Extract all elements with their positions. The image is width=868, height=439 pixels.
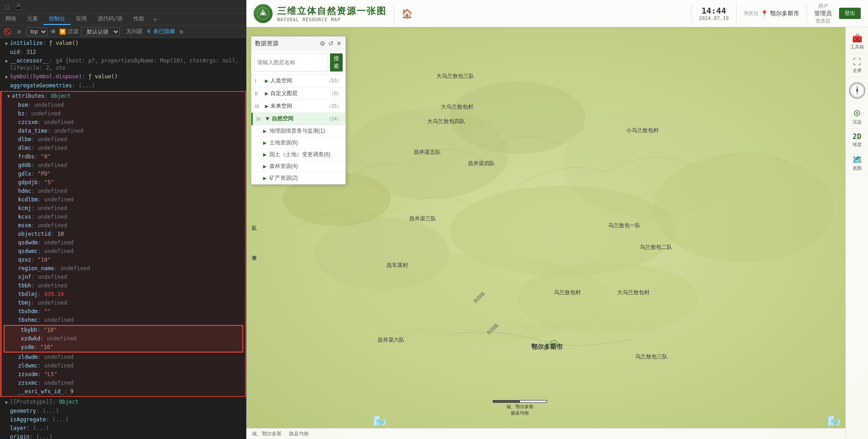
line-is-aggregate[interactable]: isAggregate: (...): [0, 415, 246, 424]
device-icon[interactable]: 📱: [14, 2, 23, 11]
sub-forest[interactable]: ▶ 森林资源(4): [251, 161, 345, 172]
tab-performance[interactable]: 性能: [128, 14, 150, 25]
line-attributes-header[interactable]: ▼ attributes: Object: [2, 92, 245, 101]
line-tbxhdm[interactable]: tbxhdm: "": [2, 307, 245, 316]
line-kcdlbm[interactable]: kcdlbm: undefined: [2, 196, 245, 204]
toolbar-compass[interactable]: [846, 78, 868, 103]
line-layer[interactable]: layer: (...): [0, 424, 246, 433]
line-data-time[interactable]: data_time: undefined: [2, 127, 245, 135]
tab-elements[interactable]: 元素: [22, 14, 43, 25]
inspect-icon[interactable]: ⬚: [3, 2, 12, 11]
category-iv[interactable]: IV ▶ 自然空间 （24）: [251, 113, 345, 125]
search-input[interactable]: [254, 53, 328, 72]
toolbar-2d[interactable]: 2D 维度: [846, 129, 868, 151]
line-czcsxm[interactable]: czcsxm: undefined: [2, 118, 245, 127]
line-zldwdm[interactable]: zldwdm: undefined: [2, 353, 245, 362]
line-qsxz[interactable]: qsxz: "10": [2, 256, 245, 264]
line-tbbh[interactable]: tbbh: undefined: [2, 282, 245, 290]
logout-button[interactable]: 登出: [839, 8, 861, 19]
line-sjnf[interactable]: sjnf: undefined: [2, 273, 245, 282]
line-kcmj[interactable]: kcmj: undefined: [2, 204, 245, 213]
toolbar-basemap[interactable]: 🗺️ 底图: [846, 152, 868, 175]
line-origin[interactable]: origin: (...): [0, 433, 246, 439]
dialog-refresh-icon[interactable]: ↺: [328, 40, 334, 47]
expand-arrow[interactable]: ▶: [4, 73, 10, 81]
dialog-header: 数据资源 ⚙ ↺ ✕: [251, 37, 345, 51]
line-initialize[interactable]: ▶ initialize: ƒ value(): [0, 39, 246, 48]
dialog-close-icon[interactable]: ✕: [336, 40, 342, 47]
line-tbmj[interactable]: tbmj: undefined: [2, 299, 245, 307]
line-zzsxdm[interactable]: zzsxdm: "LS": [2, 370, 245, 379]
line-dlbm[interactable]: dlbm: undefined: [2, 135, 245, 144]
line-hdmc[interactable]: hdmc: undefined: [2, 187, 245, 196]
line-zldwmc[interactable]: zldwmc: undefined: [2, 362, 245, 370]
expand-arrow[interactable]: ▶: [4, 40, 10, 47]
home-icon[interactable]: 🏠: [401, 8, 413, 19]
line-dlmc[interactable]: dlmc: undefined: [2, 144, 245, 153]
console-output: ▶ initialize: ƒ value() uid: 312 ▶ __acc…: [0, 38, 246, 439]
line-mssm[interactable]: mssm: undefined: [2, 221, 245, 230]
category-iii[interactable]: III ▶ 未来空间 （25）: [251, 100, 345, 113]
eye-icon[interactable]: 👁: [50, 28, 57, 35]
clear-console-icon[interactable]: 🚫: [3, 27, 12, 36]
toolbar-render[interactable]: ◎ 渲染: [846, 104, 868, 129]
logo-title: 三维立体自然资源一张图: [277, 5, 387, 17]
expand-arrow[interactable]: ▶: [4, 57, 10, 65]
svg-point-11: [518, 262, 698, 335]
hidden-count-label[interactable]: 4 条已隐藏: [147, 28, 175, 35]
line-esri-wfs-id[interactable]: __esri_wfs_id_: 9: [2, 387, 245, 396]
line-qsdwmc[interactable]: qsdwmc: undefined: [2, 247, 245, 256]
search-button[interactable]: 搜索: [330, 53, 343, 72]
label-wulan-3: 乌兰敖包三队: [635, 353, 668, 361]
tab-network[interactable]: 网络: [0, 14, 22, 25]
line-tbxhmc[interactable]: tbxhmc: undefined: [2, 316, 245, 324]
line-frdbs[interactable]: frdbs: "0": [2, 153, 245, 161]
sub-land-survey[interactable]: ▶ 国土（土地）变更调查(6): [251, 149, 345, 161]
dialog-settings-icon[interactable]: ⚙: [320, 40, 326, 47]
line-tbdlmj[interactable]: tbdlmj: 939.34: [2, 290, 245, 299]
line-gddb[interactable]: gddb: undefined: [2, 161, 245, 170]
line-kcxs[interactable]: kcxs: undefined: [2, 213, 245, 221]
line-objectctid[interactable]: objectctid: 10: [2, 230, 245, 239]
line-bz[interactable]: bz: undefined: [2, 110, 245, 118]
windmill-right: 🌬️: [827, 415, 841, 428]
scale-bar: 城、鄂尔多斯 旗县均衡: [493, 400, 547, 416]
toolbar-fullscreen[interactable]: ⛶ 全屏: [846, 54, 868, 77]
line-accessor[interactable]: ▶ __accessor__: g4 {host: p7, properties…: [0, 57, 246, 72]
context-select[interactable]: top: [26, 27, 47, 36]
line-zzsxmc[interactable]: zzsxmc: undefined: [2, 379, 245, 387]
line-bsm[interactable]: bsm: undefined: [2, 101, 245, 110]
line-uid[interactable]: uid: 312: [0, 48, 246, 57]
line-qsdwdm[interactable]: qsdwdm: undefined: [2, 239, 245, 247]
tab-more[interactable]: »: [150, 14, 160, 25]
line-xzdwkd[interactable]: xzdwkd: undefined: [5, 334, 242, 343]
settings-icon[interactable]: ⚙: [179, 29, 183, 35]
line-tbybh[interactable]: tbybh: "10": [5, 326, 242, 334]
line-region-name[interactable]: region_name: undefined: [2, 264, 245, 273]
tab-sources[interactable]: 源代码/源: [92, 14, 128, 25]
expand-arrow[interactable]: ▶: [4, 399, 10, 406]
line-gdlx[interactable]: gdlx: "PD": [2, 170, 245, 178]
category-i[interactable]: I ▶ 人造空间 （53）: [251, 75, 345, 87]
2d-icon: 2D: [853, 132, 861, 141]
line-ysdm[interactable]: ysdm: "10": [5, 343, 242, 352]
sub-land-resource[interactable]: ▶ 土地资源(6): [251, 137, 345, 149]
label-dawulan-village2: 大乌兰敖包村: [617, 289, 650, 296]
level-select[interactable]: 默认认级: [81, 27, 120, 36]
expand-sub-tri-5: ▶: [262, 176, 268, 181]
expand-arrow[interactable]: ▼: [5, 93, 12, 100]
line-gdpdjb[interactable]: gdpdjb: "5": [2, 178, 245, 187]
line-geometry[interactable]: geometry: (...): [0, 407, 246, 415]
tab-console[interactable]: 控制台: [43, 14, 71, 25]
sub-geography[interactable]: ▶ 地理国情普查与监测(1): [251, 125, 345, 137]
line-symbol[interactable]: ▶ Symbol(Symbol.dispose): ƒ value(): [0, 72, 246, 81]
line-prototype[interactable]: ▶ [[Prototype]]: Object: [0, 398, 246, 407]
basemap-icon: 🗺️: [852, 155, 862, 164]
tab-application[interactable]: 应用: [71, 14, 92, 25]
toolbar-toolbox[interactable]: 🧰 工具箱: [846, 31, 868, 53]
block-icon[interactable]: ⊘: [14, 27, 24, 36]
category-ii[interactable]: II ▶ 自定义图层 （0）: [251, 87, 345, 100]
line-aggregate-geom[interactable]: aggregateGeometries: (...): [0, 81, 246, 90]
sub-mineral[interactable]: ▶ 矿产资源(2): [251, 172, 345, 184]
render-icon: ◎: [854, 107, 860, 118]
